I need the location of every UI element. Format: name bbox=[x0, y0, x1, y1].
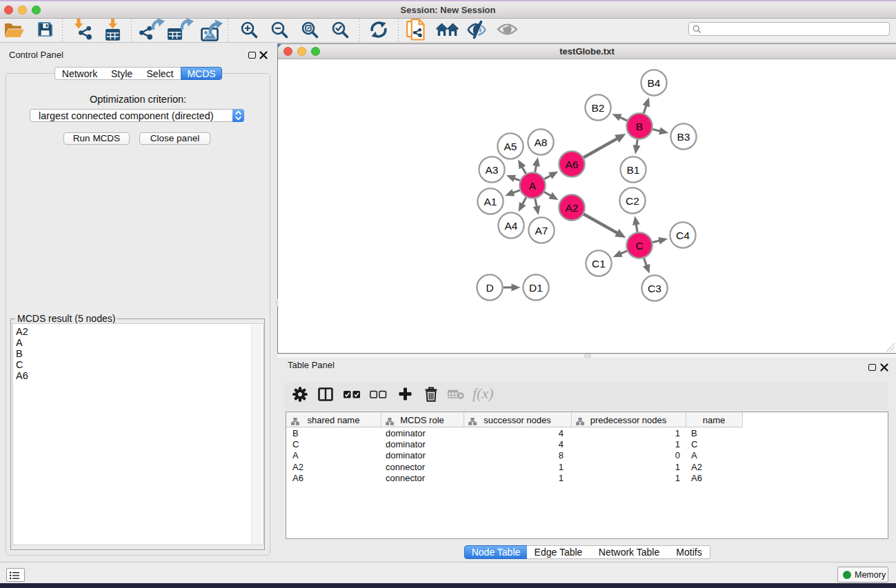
svg-text:A3: A3 bbox=[486, 164, 499, 176]
svg-text:A2: A2 bbox=[566, 202, 579, 214]
svg-text:D1: D1 bbox=[529, 282, 543, 294]
svg-text:B2: B2 bbox=[592, 102, 605, 114]
svg-text:C3: C3 bbox=[648, 283, 661, 294]
svg-text:B1: B1 bbox=[627, 164, 640, 176]
svg-text:A1: A1 bbox=[484, 196, 497, 207]
svg-text:A5: A5 bbox=[504, 141, 517, 152]
svg-text:A8: A8 bbox=[535, 136, 548, 148]
svg-text:C1: C1 bbox=[592, 258, 606, 270]
svg-text:A: A bbox=[529, 180, 537, 192]
svg-text:C2: C2 bbox=[626, 195, 639, 207]
svg-text:A4: A4 bbox=[505, 220, 518, 232]
svg-text:B4: B4 bbox=[648, 77, 661, 89]
svg-text:C: C bbox=[635, 240, 643, 252]
svg-text:D: D bbox=[486, 282, 493, 294]
svg-text:C4: C4 bbox=[676, 230, 690, 241]
svg-text:B3: B3 bbox=[677, 131, 690, 143]
svg-text:B: B bbox=[636, 121, 643, 132]
svg-text:A7: A7 bbox=[535, 225, 548, 236]
svg-text:A6: A6 bbox=[566, 159, 579, 170]
